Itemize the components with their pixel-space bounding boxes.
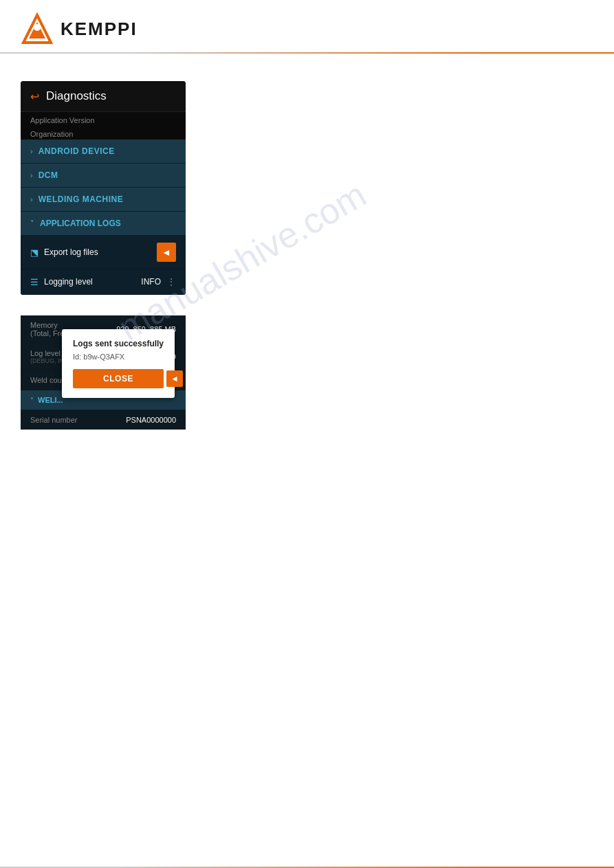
welding-chevron-icon: ˅ xyxy=(30,397,34,404)
serial-number-row: Serial number PSNA0000000 xyxy=(21,410,186,430)
export-arrow-indicator: ◄ xyxy=(157,243,176,262)
android-device-item[interactable]: › ANDROID DEVICE xyxy=(21,140,186,164)
logging-icon: ☰ xyxy=(30,277,39,287)
export-icon: ⬔ xyxy=(30,247,39,258)
page-header: KEMPPI xyxy=(0,0,614,45)
export-log-label: Export log files xyxy=(44,247,151,257)
logging-level-row[interactable]: ☰ Logging level INFO ⋮ xyxy=(21,269,186,295)
logging-level-label: Logging level xyxy=(44,277,135,287)
more-options-icon[interactable]: ⋮ xyxy=(166,276,176,287)
arrow-left-icon: ◄ xyxy=(162,247,171,258)
app-logs-chevron-icon: ˅ xyxy=(30,219,34,228)
welding-machine-chevron-icon: › xyxy=(30,195,33,203)
diagnostics-title: Diagnostics xyxy=(46,89,107,103)
kemppi-logo-icon xyxy=(21,12,54,45)
popup-id: Id: b9w-Q3AFX xyxy=(73,353,164,361)
popup-title: Logs sent successfully xyxy=(73,339,164,348)
popup-arrow-indicator: ◄ xyxy=(166,370,183,387)
main-content: ↩ Diagnostics Application Version Organi… xyxy=(0,54,614,457)
diagnostics-header: ↩ Diagnostics xyxy=(21,81,186,112)
welding-machine-label: WELDING MACHINE xyxy=(39,194,124,204)
logging-level-value: INFO xyxy=(141,277,161,287)
app-logs-section-header[interactable]: ˅ APPLICATION LOGS xyxy=(21,212,186,236)
back-button[interactable]: ↩ xyxy=(30,90,39,103)
close-button-container: CLOSE ◄ xyxy=(73,369,164,388)
dcm-chevron-icon: › xyxy=(30,171,33,179)
logo-container: KEMPPI xyxy=(21,12,138,45)
welding-section-label: WELI... xyxy=(38,396,63,404)
android-chevron-icon: › xyxy=(30,147,33,155)
serial-number-label: Serial number xyxy=(30,416,77,424)
logs-sent-popup: Logs sent successfully Id: b9w-Q3AFX CLO… xyxy=(62,329,175,398)
dcm-item[interactable]: › DCM xyxy=(21,164,186,188)
svg-point-2 xyxy=(34,24,41,31)
memory-label: Memory xyxy=(30,321,85,329)
export-log-files-row[interactable]: ⬔ Export log files ◄ xyxy=(21,236,186,269)
app-version-label: Application Version xyxy=(21,112,186,126)
logs-sent-screen: Memory (Total, Free, Ava 929, 859, 885 M… xyxy=(21,315,186,430)
android-device-label: ANDROID DEVICE xyxy=(39,146,115,156)
dcm-label: DCM xyxy=(39,170,58,180)
diagnostics-body: Application Version Organization › ANDRO… xyxy=(21,112,186,295)
kemppi-logo-text: KEMPPI xyxy=(61,19,138,40)
welding-machine-item[interactable]: › WELDING MACHINE xyxy=(21,188,186,212)
close-button[interactable]: CLOSE xyxy=(73,369,164,388)
serial-number-value: PSNA0000000 xyxy=(126,416,176,424)
diagnostics-screen: ↩ Diagnostics Application Version Organi… xyxy=(21,81,186,295)
popup-arrow-icon: ◄ xyxy=(171,374,179,383)
organization-label: Organization xyxy=(21,126,186,140)
app-logs-section-label: APPLICATION LOGS xyxy=(40,219,121,228)
